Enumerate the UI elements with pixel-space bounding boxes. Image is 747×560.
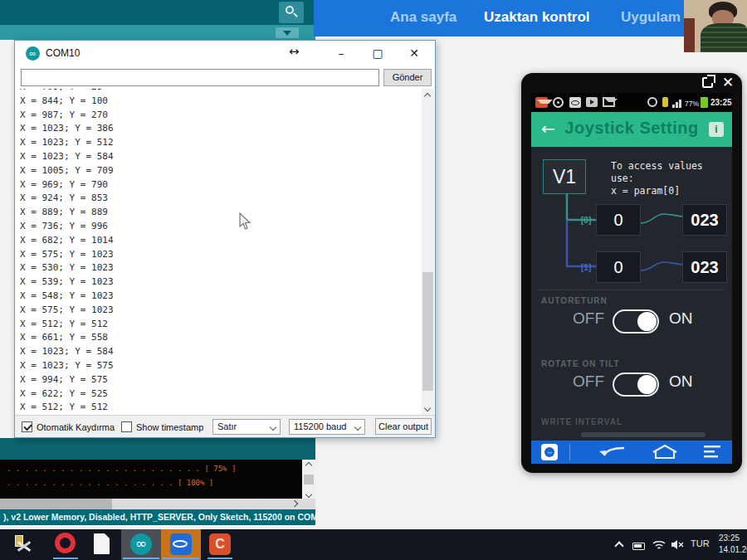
nav-item-uzaktan-kontrol[interactable]: Uzaktan kontrol bbox=[484, 9, 590, 26]
android-nav-bar: ↔ bbox=[531, 441, 732, 464]
window-title: COM10 bbox=[46, 47, 80, 59]
pin-help-text: To access values use: x = param[0] bbox=[611, 160, 727, 198]
chevron-right-icon bbox=[291, 500, 298, 507]
serial-line: X = 622; Y = 525 bbox=[20, 387, 422, 402]
arduino-taskbar-icon[interactable]: ∞ bbox=[130, 533, 152, 555]
opera-icon[interactable] bbox=[55, 533, 76, 553]
android-back-icon[interactable] bbox=[596, 443, 629, 461]
serial-line: X = 512; Y = 512 bbox=[20, 318, 422, 332]
write-interval-slider[interactable] bbox=[581, 432, 706, 437]
magnifier-handle bbox=[293, 12, 298, 17]
min-value-0[interactable]: 0 bbox=[596, 204, 641, 236]
autoscroll-checkbox[interactable] bbox=[22, 421, 32, 432]
console-scroll-thumb[interactable] bbox=[304, 475, 314, 485]
notepad-icon[interactable] bbox=[94, 533, 110, 554]
serial-send-input[interactable] bbox=[21, 69, 379, 86]
serial-lines: X = 844; Y = 100X = 987; Y = 270X = 1023… bbox=[20, 95, 422, 415]
wifi-icon[interactable] bbox=[652, 539, 666, 550]
tray-clock[interactable]: 23:25 14.01.20 bbox=[719, 533, 747, 556]
timestamp-label: Show timestamp bbox=[136, 422, 203, 432]
rotate-on-label: ON bbox=[669, 373, 693, 391]
serial-monitor-titlebar[interactable]: ∞ COM10 ↔ – ▢ ✕ bbox=[15, 41, 435, 66]
opera-active-indicator bbox=[53, 558, 78, 559]
chevron-down-icon bbox=[270, 424, 276, 431]
baud-select[interactable]: 115200 baud bbox=[289, 419, 365, 435]
ide-divider-strip bbox=[0, 438, 315, 460]
pin-index-0: [0] bbox=[581, 216, 591, 225]
teamviewer-taskbar-icon[interactable] bbox=[170, 533, 192, 555]
signal-icon bbox=[672, 97, 682, 108]
serial-monitor-button[interactable] bbox=[279, 2, 304, 23]
send-button[interactable]: Gönder bbox=[383, 69, 432, 86]
close-button[interactable]: ✕ bbox=[403, 43, 425, 63]
maximize-button[interactable]: ▢ bbox=[367, 43, 388, 63]
rotate-toggle[interactable] bbox=[613, 373, 659, 397]
taskbar: ∞ C TUR 23:25 14.01.20 bbox=[0, 529, 747, 560]
nav-item-uygulamalar[interactable]: Uygulam bbox=[621, 9, 681, 26]
clear-output-button[interactable]: Clear output bbox=[375, 418, 432, 435]
max-value-0[interactable]: 023 bbox=[682, 204, 727, 236]
timestamp-checkbox[interactable] bbox=[121, 421, 132, 432]
hardware-tools-icon[interactable] bbox=[13, 533, 35, 555]
serial-output: X = 709; Y = 29 X = 844; Y = 100X = 987;… bbox=[16, 89, 422, 416]
min-value-1[interactable]: 0 bbox=[596, 251, 641, 283]
tray-expand-chevron-icon[interactable] bbox=[614, 541, 623, 550]
line-ending-select[interactable]: Satır bbox=[212, 419, 281, 435]
tray-date: 14.01.20 bbox=[719, 544, 747, 556]
chevron-up-icon bbox=[305, 462, 312, 469]
nav-item-ana-sayfa[interactable]: Ana sayfa bbox=[390, 9, 456, 26]
scroll-up-button[interactable] bbox=[422, 89, 434, 101]
serial-line: X = 1023; Y = 386 bbox=[20, 122, 422, 136]
desktop-screen: Ana sayfa Uzaktan kontrol Uygulam ∞ COM1… bbox=[0, 0, 747, 560]
serial-line: X = 969; Y = 790 bbox=[20, 178, 422, 192]
android-menu-icon[interactable] bbox=[704, 446, 724, 459]
battery-icon[interactable] bbox=[632, 539, 645, 547]
serial-line: X = 736; Y = 996 bbox=[20, 220, 422, 234]
serial-line: X = 889; Y = 889 bbox=[20, 206, 422, 220]
joystick-settings-body: V1 To access values use: x = param[0] [0… bbox=[531, 147, 732, 387]
max-value-1[interactable]: 023 bbox=[682, 251, 727, 283]
ide-dropdown-button[interactable] bbox=[276, 27, 299, 38]
line-ending-value: Satır bbox=[217, 421, 237, 431]
serial-line: X = 548; Y = 1023 bbox=[20, 290, 422, 304]
info-button[interactable]: i bbox=[709, 122, 724, 137]
nav-separator bbox=[569, 444, 570, 460]
virtual-pin-box[interactable]: V1 bbox=[543, 159, 586, 194]
section-divider bbox=[538, 290, 725, 290]
serial-line: X = 924; Y = 853 bbox=[20, 192, 422, 206]
serial-scrollbar[interactable] bbox=[422, 89, 434, 416]
envelope-notification-icon bbox=[603, 97, 615, 107]
ide-status-bar: ), v2 Lower Memory, Disabled, HTTP_SERVE… bbox=[0, 509, 315, 525]
teamviewer-nav-icon[interactable]: ↔ bbox=[541, 444, 558, 460]
serial-line: X = 1023; Y = 584 bbox=[20, 345, 422, 359]
scrollbar-thumb[interactable] bbox=[422, 272, 433, 391]
mouse-cursor bbox=[239, 212, 252, 231]
autoreturn-toggle[interactable] bbox=[613, 309, 659, 334]
console-hscrollbar[interactable] bbox=[0, 499, 315, 509]
mail-notification-icon bbox=[535, 97, 548, 108]
camtasia-icon[interactable]: C bbox=[209, 533, 231, 555]
phone-mirror-window: ✕ 77% 23:25 bbox=[521, 73, 742, 473]
keyboard-language[interactable]: TUR bbox=[691, 538, 710, 548]
android-home-icon[interactable] bbox=[649, 443, 681, 461]
scroll-down-button[interactable] bbox=[422, 403, 434, 416]
minimize-button[interactable]: – bbox=[330, 43, 352, 63]
wavy-wire-1 bbox=[641, 257, 684, 275]
serial-line: X = 661; Y = 558 bbox=[20, 331, 422, 345]
popout-icon[interactable] bbox=[702, 77, 713, 88]
serial-line: X = 575; Y = 1023 bbox=[20, 304, 422, 318]
upload-console: . . . . . . . . . . . . . . . . . . . . … bbox=[0, 460, 302, 499]
serial-line: X = 987; Y = 270 bbox=[20, 109, 422, 123]
volume-muted-icon[interactable] bbox=[671, 539, 685, 550]
teamviewer-notification-icon bbox=[569, 97, 581, 108]
hscroll-thumb[interactable] bbox=[0, 499, 112, 509]
app-header: ← Joystick Setting i bbox=[531, 112, 732, 147]
phone-close-icon[interactable]: ✕ bbox=[722, 74, 734, 90]
youtube-notification-icon bbox=[586, 97, 598, 107]
console-scrollbar[interactable] bbox=[302, 460, 315, 499]
ide-toolbar-secondary bbox=[0, 25, 315, 40]
webcam-chair bbox=[684, 18, 695, 52]
arduino-icon: ∞ bbox=[26, 46, 40, 61]
autoreturn-on-label: ON bbox=[669, 309, 693, 328]
phone-clock: 23:25 bbox=[710, 98, 732, 107]
